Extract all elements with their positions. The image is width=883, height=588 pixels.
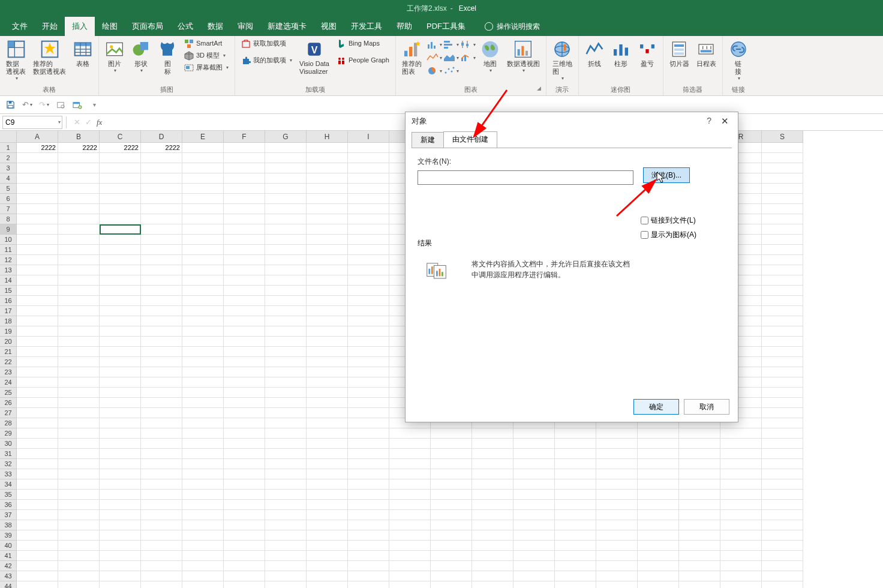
cell-O36[interactable] [596,500,638,510]
cell-C27[interactable] [100,408,141,418]
row-header-23[interactable]: 23 [0,367,17,377]
cell-J43[interactable] [389,571,431,581]
cell-K40[interactable] [431,541,472,551]
cell-B26[interactable] [58,398,100,408]
row-header-41[interactable]: 41 [0,551,17,561]
cell-G23[interactable] [265,367,307,377]
row-header-15[interactable]: 15 [0,286,17,296]
cell-S11[interactable] [762,245,803,255]
cell-I1[interactable] [348,143,389,153]
cell-I11[interactable] [348,245,389,255]
cell-O41[interactable] [596,551,638,561]
cell-I22[interactable] [348,357,389,367]
row-header-31[interactable]: 31 [0,449,17,459]
get-addins-button[interactable]: 获取加载项 [239,38,295,49]
cell-F30[interactable] [224,439,265,449]
cell-G12[interactable] [265,255,307,265]
cell-H23[interactable] [307,367,348,377]
cell-C28[interactable] [100,418,141,428]
cell-N43[interactable] [555,571,596,581]
cell-E7[interactable] [182,204,224,214]
cell-O33[interactable] [596,469,638,479]
cell-H43[interactable] [307,571,348,581]
cell-H19[interactable] [307,326,348,337]
cell-J37[interactable] [389,510,431,520]
row-header-12[interactable]: 12 [0,255,17,265]
cell-E5[interactable] [182,184,224,194]
cell-S4[interactable] [762,173,803,184]
redo-button[interactable]: ↷ ▾ [38,100,49,110]
cell-N34[interactable] [555,479,596,490]
cell-E37[interactable] [182,510,224,520]
cell-A18[interactable] [17,316,58,326]
cell-C6[interactable] [100,194,141,204]
cell-R43[interactable] [720,571,762,581]
cell-S15[interactable] [762,286,803,296]
row-header-21[interactable]: 21 [0,347,17,357]
cell-C35[interactable] [100,490,141,500]
cell-G17[interactable] [265,306,307,316]
cell-J39[interactable] [389,530,431,541]
cell-G30[interactable] [265,439,307,449]
cell-G39[interactable] [265,530,307,541]
cell-B27[interactable] [58,408,100,418]
cell-I20[interactable] [348,337,389,347]
cell-F14[interactable] [224,275,265,286]
cell-K44[interactable] [431,581,472,588]
cell-G14[interactable] [265,275,307,286]
cell-Q39[interactable] [679,530,720,541]
cell-G26[interactable] [265,398,307,408]
browse-button[interactable]: 浏览(B)... [643,167,690,183]
cell-H18[interactable] [307,316,348,326]
cell-F21[interactable] [224,347,265,357]
row-header-20[interactable]: 20 [0,337,17,347]
cell-O31[interactable] [596,449,638,459]
cell-O30[interactable] [596,439,638,449]
cell-N40[interactable] [555,541,596,551]
cell-G38[interactable] [265,520,307,530]
cell-D16[interactable] [141,296,182,306]
tab-home[interactable]: 开始 [35,17,65,36]
cell-B5[interactable] [58,184,100,194]
cell-D12[interactable] [141,255,182,265]
cell-D2[interactable] [141,153,182,163]
cell-C24[interactable] [100,377,141,388]
cell-A26[interactable] [17,398,58,408]
cell-D6[interactable] [141,194,182,204]
cell-G1[interactable] [265,143,307,153]
cell-G28[interactable] [265,418,307,428]
cell-P30[interactable] [638,439,679,449]
cell-P41[interactable] [638,551,679,561]
col-header-S[interactable]: S [762,131,803,143]
row-header-8[interactable]: 8 [0,214,17,224]
cell-A39[interactable] [17,530,58,541]
cell-C8[interactable] [100,214,141,224]
cell-C9[interactable] [100,224,141,235]
row-header-5[interactable]: 5 [0,184,17,194]
cell-H14[interactable] [307,275,348,286]
cell-M42[interactable] [513,561,555,571]
cell-I6[interactable] [348,194,389,204]
cell-K37[interactable] [431,510,472,520]
row-header-30[interactable]: 30 [0,439,17,449]
cell-D7[interactable] [141,204,182,214]
cell-G21[interactable] [265,347,307,357]
cell-C7[interactable] [100,204,141,214]
cell-B12[interactable] [58,255,100,265]
cell-I9[interactable] [348,224,389,235]
cell-B6[interactable] [58,194,100,204]
cell-H1[interactable] [307,143,348,153]
cell-S17[interactable] [762,306,803,316]
accept-formula-icon[interactable]: ✓ [85,118,92,127]
cell-F13[interactable] [224,265,265,275]
cell-H6[interactable] [307,194,348,204]
slicer-button[interactable]: 切片器 [667,38,692,69]
cell-F36[interactable] [224,500,265,510]
cell-D26[interactable] [141,398,182,408]
cell-B40[interactable] [58,541,100,551]
cell-C2[interactable] [100,153,141,163]
row-header-33[interactable]: 33 [0,469,17,479]
cell-B1[interactable]: 2222 [58,143,100,153]
cell-S33[interactable] [762,469,803,479]
cell-J40[interactable] [389,541,431,551]
